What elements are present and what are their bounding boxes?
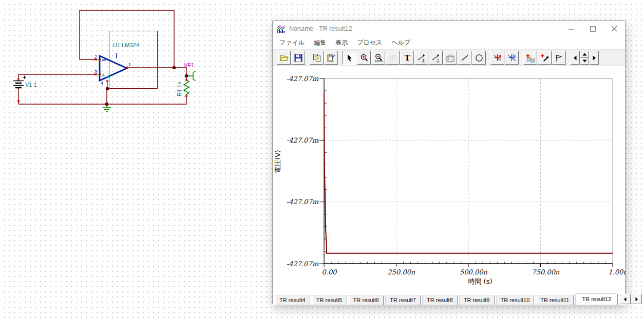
- app-icon: [277, 25, 285, 33]
- y-tick-label: -427.07m: [287, 260, 319, 268]
- tab-scroll-right-button[interactable]: [631, 294, 642, 304]
- legend-icon: [446, 53, 455, 63]
- x-tick-label: 250.00n: [388, 268, 415, 276]
- menu-help[interactable]: ヘルプ: [387, 37, 415, 49]
- add-curves-button[interactable]: [523, 51, 537, 65]
- tab-scroll-left-button[interactable]: [619, 294, 631, 304]
- voltage-source-v1[interactable]: + V1 1: [13, 74, 37, 88]
- voltage-probe-vf1[interactable]: VF1: [184, 62, 196, 81]
- probe-ref-label: VF1: [184, 62, 194, 68]
- text-tool-glyph: T: [404, 53, 410, 63]
- text-tool-icon: T: [403, 53, 412, 63]
- open-button[interactable]: [277, 51, 291, 65]
- titlebar[interactable]: Noname - TR result12: [273, 21, 625, 36]
- next-curve-button[interactable]: [590, 51, 599, 65]
- cursor-b-glyph: b: [513, 53, 516, 58]
- tab-tr-result7[interactable]: TR result7: [385, 295, 421, 305]
- y-tick-label: -427.07m: [287, 198, 319, 206]
- select-cursor-button[interactable]: [343, 51, 356, 65]
- spinner-down-icon: [582, 59, 587, 63]
- opamp-plus-mark: +: [102, 72, 105, 78]
- schematic-canvas[interactable]: 2 3 1 4 + + U1 LM324 + V1 1 R1 1k VF1: [0, 0, 241, 123]
- menu-edit[interactable]: 編集: [309, 37, 331, 49]
- resistor-ref-label: R1 1k: [176, 82, 182, 96]
- result-tabbar: TR result4 TR result5 TR result6 TR resu…: [273, 292, 625, 305]
- grid-button[interactable]: [386, 51, 400, 65]
- window-title: Noname - TR result12: [289, 25, 560, 32]
- add-curves-icon: [526, 53, 535, 63]
- menu-file[interactable]: ファイル: [275, 37, 309, 49]
- marker-button[interactable]: [552, 51, 566, 65]
- result-window: Noname - TR result12 ファイル 編集 表示 プロセス ヘルプ: [272, 21, 626, 304]
- marker-icon: [555, 53, 564, 63]
- tab-scroll-controls: [619, 293, 642, 305]
- toolbar: 100% T T: [273, 49, 625, 66]
- tab-scroll-right-icon: [634, 297, 639, 302]
- output-wire: [127, 68, 186, 80]
- resistor-zigzag: [184, 80, 189, 96]
- cursor-a-glyph: a: [499, 53, 501, 58]
- annotate-curve-q-button[interactable]: ?: [429, 51, 443, 65]
- x-tick-label: 500.00n: [460, 268, 487, 276]
- menu-process[interactable]: プロセス: [352, 37, 387, 49]
- curve-picker-icon: [540, 53, 550, 63]
- minimize-icon[interactable]: [560, 21, 582, 36]
- ellipse-tool-icon: [475, 53, 484, 63]
- chart-svg[interactable]: 電圧(V) 時間 (s) -427.07m-427.07m-427.07m-42…: [273, 66, 626, 292]
- zoom-out-100-icon: 100%: [374, 53, 383, 63]
- tab-tr-result9[interactable]: TR result9: [459, 295, 495, 305]
- tab-tr-result4[interactable]: TR result4: [275, 295, 310, 305]
- cursor-b-icon: b: [507, 53, 517, 63]
- annotate-q-glyph: ?: [437, 58, 439, 63]
- text-tool-button[interactable]: T: [400, 51, 414, 65]
- tab-scroll-left-icon: [623, 297, 628, 302]
- prev-curve-icon: [572, 55, 578, 61]
- maximize-icon[interactable]: [582, 21, 603, 36]
- spinner-up-button[interactable]: [580, 51, 589, 58]
- feedback-wire: [80, 10, 174, 68]
- tab-tr-result11[interactable]: TR result11: [536, 295, 574, 305]
- save-icon: [294, 53, 303, 63]
- tab-tr-result5[interactable]: TR result5: [312, 295, 347, 305]
- menu-view[interactable]: 表示: [331, 37, 352, 49]
- ellipse-tool-button[interactable]: [472, 51, 486, 65]
- x-tick-label: 1.00u: [608, 268, 626, 276]
- y-tick-label: -427.07m: [287, 136, 319, 144]
- opamp-power-plus-mark: +: [107, 74, 110, 80]
- spinner-down-button[interactable]: [580, 58, 589, 65]
- prev-curve-button[interactable]: [571, 51, 580, 65]
- zoom-in-button[interactable]: [357, 51, 371, 65]
- tab-tr-result12[interactable]: TR result12: [575, 293, 618, 305]
- cursor-a-button[interactable]: a: [490, 51, 504, 65]
- line-tool-button[interactable]: [458, 51, 471, 65]
- curve-picker-button[interactable]: [538, 51, 552, 65]
- save-button[interactable]: [291, 51, 305, 65]
- zoom-out-100-button[interactable]: 100%: [371, 51, 385, 65]
- resistor-r1[interactable]: R1 1k: [176, 80, 189, 96]
- paste-icon: [327, 53, 336, 63]
- close-icon[interactable]: [603, 21, 625, 36]
- tab-tr-result6[interactable]: TR result6: [349, 295, 384, 305]
- copy-button[interactable]: [310, 51, 324, 65]
- battery-plus-mark: +: [23, 74, 26, 81]
- annotate-t-glyph: T: [422, 58, 425, 63]
- open-icon: [279, 53, 289, 63]
- tab-tr-result8[interactable]: TR result8: [422, 295, 458, 305]
- annotate-curve-t-icon: T: [417, 53, 426, 63]
- grid-icon: [388, 53, 397, 63]
- opamp-macro-box[interactable]: [109, 31, 158, 89]
- zoom-out-label: 100%: [375, 59, 383, 63]
- spinner-up-icon: [582, 53, 587, 56]
- x-tick-label: 750.00n: [532, 268, 560, 276]
- legend-button[interactable]: [443, 51, 457, 65]
- cursor-a-icon: a: [493, 53, 502, 63]
- annotate-curve-t-button[interactable]: T: [414, 51, 428, 65]
- curve-spinner: [580, 51, 589, 65]
- cursor-b-button[interactable]: b: [505, 51, 519, 65]
- y-tick-label: -427.07m: [287, 75, 319, 83]
- tab-tr-result10[interactable]: TR result10: [496, 295, 535, 305]
- x-axis-title: 時間 (s): [468, 277, 492, 285]
- opamp-u1[interactable]: 2 3 1 4 + + U1 LM324: [94, 42, 139, 89]
- y-axis-title: 電圧(V): [274, 150, 281, 173]
- paste-button[interactable]: [324, 51, 338, 65]
